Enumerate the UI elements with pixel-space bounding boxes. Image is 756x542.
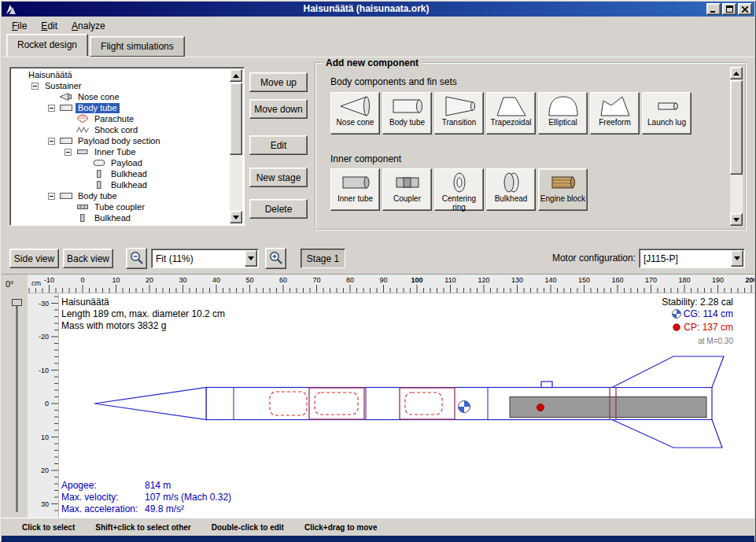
menu-analyze[interactable]: Analyze (65, 18, 112, 34)
add-transition-button[interactable]: Transition (434, 92, 484, 135)
menu-file[interactable]: File (5, 18, 34, 34)
add-body-tube-button[interactable]: Body tube (382, 92, 432, 135)
add-centering-ring-button[interactable]: Centering ring (434, 168, 484, 211)
maximize-button[interactable] (722, 3, 736, 15)
expander-icon[interactable] (48, 193, 59, 200)
svg-text:80: 80 (346, 276, 354, 284)
scroll-down-icon[interactable] (730, 213, 743, 226)
trapezoidal-icon (494, 94, 529, 118)
svg-text:-10: -10 (39, 367, 49, 374)
shockcord-icon (76, 125, 92, 135)
chevron-down-icon[interactable] (245, 250, 257, 267)
add-coupler-button[interactable]: Coupler (382, 168, 432, 211)
tree-item-nose-cone[interactable]: Nose cone (12, 91, 229, 102)
slider-handle[interactable] (13, 300, 22, 306)
move-up-button[interactable]: Move up (249, 72, 308, 92)
tree-item-body-tube[interactable]: Body tube (12, 190, 229, 201)
add-launch-lug-button[interactable]: Launch lug (642, 92, 691, 135)
zoom-select[interactable]: Fit (11%) (151, 249, 259, 268)
flight-value: 814 m (145, 480, 171, 492)
flight-label: Max. velocity: (61, 492, 145, 503)
component-button-row: Inner tubeCouplerCentering ringBulkheadE… (330, 168, 588, 211)
tree-item-label: Shock cord (92, 125, 140, 135)
bulkhead-icon (76, 213, 92, 223)
expander-icon[interactable] (65, 149, 76, 156)
add-inner-tube-button[interactable]: Inner tube (330, 168, 380, 211)
window-title: Haisunäätä (haisunaata.ork) (33, 3, 699, 14)
tree-item-bulkhead[interactable]: Bulkhead (12, 179, 229, 190)
fin-top-shape[interactable] (612, 356, 724, 388)
expander-icon[interactable] (31, 83, 42, 90)
add-bulkhead-button[interactable]: Bulkhead (486, 168, 536, 211)
minimize-button[interactable] (706, 3, 721, 15)
add-nose-cone-button[interactable]: Nose cone (330, 92, 380, 135)
tree-item-inner-tube[interactable]: Inner Tube (12, 146, 229, 157)
flight-row-max-velocity: Max. velocity:107 m/s (Mach 0.32) (61, 492, 231, 503)
add-trapezoidal-button[interactable]: Trapezoidal (486, 92, 536, 135)
tree-indent (12, 152, 65, 153)
menu-edit[interactable]: Edit (34, 18, 65, 34)
svg-text:60: 60 (279, 276, 287, 284)
back-view-button[interactable]: Back view (63, 249, 113, 268)
svg-text:20: 20 (41, 466, 49, 474)
coupler-icon (390, 171, 425, 194)
tree-item-payload-body-section[interactable]: Payload body section (12, 135, 229, 146)
bulkhead-icon (92, 180, 109, 190)
tab-flight-simulations[interactable]: Flight simulations (90, 36, 185, 57)
tree-item-parachute[interactable]: Parachute (12, 113, 229, 124)
tree-item-payload[interactable]: Payload (12, 157, 229, 168)
bodytube-icon (390, 94, 425, 118)
view-toolbar: Side view Back view Fit (11%) Stage 1 Mo… (2, 238, 754, 274)
tab-rocket-design[interactable]: Rocket design (6, 34, 88, 57)
scroll-down-icon[interactable] (230, 211, 242, 223)
tree-item-label: Sustainer (42, 81, 83, 91)
window-bottom-edge (2, 536, 754, 542)
delete-button[interactable]: Delete (249, 199, 308, 219)
tree-item-body-tube[interactable]: Body tube (12, 102, 229, 113)
tree-item-sustainer[interactable]: Sustainer (12, 80, 229, 91)
stage-1-toggle[interactable]: Stage 1 (301, 249, 345, 268)
fin-bottom-shape[interactable] (612, 420, 722, 448)
side-view-button[interactable]: Side view (9, 249, 59, 268)
svg-text:-10: -10 (44, 276, 54, 284)
add-engine-block-button[interactable]: Engine block (538, 168, 588, 211)
add-freeform-button[interactable]: Freeform (590, 92, 640, 135)
nose-cone-shape[interactable] (94, 388, 206, 420)
expander-icon[interactable] (48, 105, 59, 112)
component-button-label: Transition (442, 118, 477, 127)
payload-icon (92, 158, 109, 168)
add-panel-scrollbar[interactable] (730, 67, 743, 226)
scroll-up-icon[interactable] (730, 67, 743, 79)
rotation-slider[interactable] (12, 298, 23, 515)
launchlug-icon (650, 94, 684, 118)
tree-item-shock-cord[interactable]: Shock cord (12, 124, 229, 135)
title-bar[interactable]: Haisunäätä (haisunaata.ork) (2, 2, 754, 17)
expander-icon[interactable] (48, 138, 59, 145)
new-stage-button[interactable]: New stage (249, 168, 308, 187)
tree-item-bulkhead[interactable]: Bulkhead (12, 212, 229, 223)
svg-text:40: 40 (212, 276, 220, 284)
motor-configuration-select[interactable]: [J115-P] (639, 249, 745, 268)
scroll-up-icon[interactable] (230, 69, 242, 82)
scrollbar-thumb[interactable] (730, 80, 743, 175)
add-component-panel: Add new component Body components and fi… (315, 62, 747, 230)
tree-item-haisun-t[interactable]: Haisunäätä (12, 69, 229, 80)
zoom-out-button[interactable] (126, 248, 147, 269)
scrollbar-thumb[interactable] (230, 83, 242, 155)
add-elliptical-button[interactable]: Elliptical (538, 92, 588, 135)
edit-button[interactable]: Edit (249, 135, 308, 155)
tree-scrollbar[interactable] (230, 69, 242, 223)
flight-summary: Apogee:814 mMax. velocity:107 m/s (Mach … (61, 480, 231, 515)
bodytube-icon (59, 136, 76, 146)
tree-item-label: Nose cone (76, 92, 122, 102)
tree-item-label: Bulkhead (92, 213, 133, 223)
close-button[interactable] (738, 3, 752, 15)
svg-text:10: 10 (41, 433, 49, 441)
tree-item-tube-coupler[interactable]: Tube coupler (12, 201, 229, 212)
rocket-figure-area[interactable]: 0° cm -100102030405060708090100110120130… (2, 274, 754, 518)
chevron-down-icon[interactable] (731, 250, 743, 267)
tree-item-bulkhead[interactable]: Bulkhead (12, 168, 229, 179)
launch-lug-shape[interactable] (541, 382, 552, 388)
move-down-button[interactable]: Move down (249, 99, 308, 119)
zoom-in-button[interactable] (265, 248, 286, 269)
